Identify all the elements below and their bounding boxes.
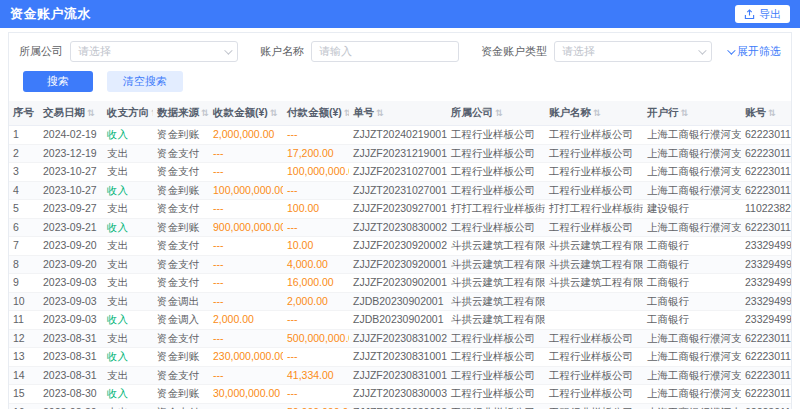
cell-index: 13 <box>9 348 39 367</box>
sort-icon[interactable]: ⇅ <box>201 108 209 118</box>
column-label: 单号 <box>353 106 374 118</box>
cell-source: 资金到账 <box>153 385 209 404</box>
cell-account-no: 62223011 <box>741 163 791 182</box>
column-header-6[interactable]: 单号⇅ <box>349 101 447 126</box>
table-row: 142023-08-31支出资金支付---41,334.00ZJJZF20230… <box>9 366 791 385</box>
column-header-1[interactable]: 交易日期⇅ <box>39 101 103 126</box>
table-row: 32023-10-27支出资金支付---100,000,000.00ZJJZF2… <box>9 163 791 182</box>
column-header-3[interactable]: 数据来源⇅ <box>153 101 209 126</box>
cell-account-no: 62223011 <box>741 385 791 404</box>
cell-account-name: 工程行业样板公司 <box>545 403 643 409</box>
clear-search-button[interactable]: 清空搜索 <box>107 71 183 92</box>
cell-bank: 上海工商银行濮河支行 <box>643 385 741 404</box>
column-label: 开户行 <box>647 106 679 118</box>
cell-account-name: 工程行业样板公司 <box>545 218 643 237</box>
column-header-2[interactable]: 收支方向⇅ <box>103 101 153 126</box>
cell-account-name: 工程行业样板公司 <box>545 126 643 145</box>
table-row: 12024-02-19收入资金到账2,000,000.00---ZJJZT202… <box>9 126 791 145</box>
sort-icon[interactable]: ⇅ <box>270 108 278 118</box>
sort-icon[interactable]: ⇅ <box>87 108 95 118</box>
cell-account-no: 62223011 <box>741 366 791 385</box>
account-type-select[interactable]: 请选择 <box>554 41 712 62</box>
cell-account-no: 23329499 <box>741 255 791 274</box>
cell-company: 工程行业样板公司 <box>447 126 545 145</box>
cell-direction: 收入 <box>103 348 153 367</box>
account-name-input[interactable]: 请输入 <box>311 41 459 62</box>
cell-source: 资金到账 <box>153 126 209 145</box>
export-label: 导出 <box>759 7 781 22</box>
cell-index: 1 <box>9 126 39 145</box>
cell-account-no: 62223011 <box>741 144 791 163</box>
cell-account-name: 工程行业样板公司 <box>545 329 643 348</box>
cell-pay-amount: --- <box>283 311 349 330</box>
cell-source: 资金支付 <box>153 237 209 256</box>
sort-icon[interactable]: ⇅ <box>768 108 776 118</box>
cell-date: 2023-09-20 <box>39 237 103 256</box>
cell-order-no: ZJJZT20230830003 <box>349 385 447 404</box>
sort-icon[interactable]: ⇅ <box>495 108 503 118</box>
cell-company: 斗拱云建筑工程有限公司 <box>447 237 545 256</box>
cell-pay-amount: 100.00 <box>283 200 349 219</box>
column-label: 账号 <box>745 106 766 118</box>
expand-filters-link[interactable]: 展开筛选 <box>727 44 781 59</box>
sort-icon[interactable]: ⇅ <box>681 108 689 118</box>
cell-company: 工程行业样板公司 <box>447 329 545 348</box>
cell-source: 资金到账 <box>153 218 209 237</box>
sort-icon[interactable]: ⇅ <box>376 108 384 118</box>
company-filter-label: 所属公司 <box>19 44 63 59</box>
cell-account-name <box>545 311 643 330</box>
cell-account-name: 斗拱云建筑工程有限公司 <box>545 274 643 293</box>
cell-company: 工程行业样板公司 <box>447 163 545 182</box>
cell-bank: 工商银行 <box>643 311 741 330</box>
cell-account-name: 打打工程行业样板街 <box>545 200 643 219</box>
company-select[interactable]: 请选择 <box>70 41 238 62</box>
column-label: 付款金额(¥) <box>287 106 342 118</box>
cell-source: 资金支付 <box>153 274 209 293</box>
cell-direction: 支出 <box>103 403 153 409</box>
column-header-4[interactable]: 收款金额(¥)⇅ <box>209 101 283 126</box>
cell-receive-amount: --- <box>209 200 283 219</box>
cell-date: 2023-10-27 <box>39 181 103 200</box>
cell-direction: 支出 <box>103 329 153 348</box>
cell-date: 2023-08-31 <box>39 366 103 385</box>
cell-account-name: 工程行业样板公司 <box>545 144 643 163</box>
column-header-5[interactable]: 付款金额(¥)⇅ <box>283 101 349 126</box>
column-header-7[interactable]: 所属公司⇅ <box>447 101 545 126</box>
cell-source: 资金支付 <box>153 163 209 182</box>
column-header-8[interactable]: 账户名称⇅ <box>545 101 643 126</box>
table-row: 92023-09-03支出资金支付---16,000.00ZJJZF202309… <box>9 274 791 293</box>
cell-account-name: 工程行业样板公司 <box>545 348 643 367</box>
account-name-filter: 账户名称 请输入 <box>260 41 459 62</box>
cell-pay-amount: --- <box>283 126 349 145</box>
export-button[interactable]: 导出 <box>735 5 790 23</box>
sort-icon[interactable]: ⇅ <box>344 108 349 118</box>
sort-icon[interactable]: ⇅ <box>151 108 153 118</box>
cell-account-name: 工程行业样板公司 <box>545 181 643 200</box>
cell-receive-amount: 230,000,000.00 <box>209 348 283 367</box>
cell-receive-amount: 2,000,000.00 <box>209 126 283 145</box>
cell-index: 2 <box>9 144 39 163</box>
cell-receive-amount: --- <box>209 255 283 274</box>
column-label: 账户名称 <box>549 106 591 118</box>
sort-icon[interactable]: ⇅ <box>593 108 601 118</box>
cell-pay-amount: 17,200.00 <box>283 144 349 163</box>
cell-date: 2023-08-30 <box>39 403 103 409</box>
cell-company: 斗拱云建筑工程有限公司 <box>447 311 545 330</box>
cell-date: 2023-09-03 <box>39 292 103 311</box>
column-header-10[interactable]: 账号⇅ <box>741 101 791 126</box>
cell-date: 2023-08-31 <box>39 329 103 348</box>
transactions-table: 序号交易日期⇅收支方向⇅数据来源⇅收款金额(¥)⇅付款金额(¥)⇅单号⇅所属公司… <box>9 101 791 409</box>
cell-direction: 收入 <box>103 385 153 404</box>
cell-account-name: 斗拱云建筑工程有限公司 <box>545 237 643 256</box>
cell-order-no: ZJDB20230902001 <box>349 292 447 311</box>
column-header-9[interactable]: 开户行⇅ <box>643 101 741 126</box>
cell-date: 2023-09-03 <box>39 274 103 293</box>
cell-source: 资金到账 <box>153 348 209 367</box>
cell-order-no: ZJJZF20230902001 <box>349 274 447 293</box>
cell-company: 斗拱云建筑工程有限公司 <box>447 274 545 293</box>
filters-bar: 所属公司 请选择 账户名称 请输入 资金账户类型 请选择 <box>9 33 791 62</box>
search-button[interactable]: 搜索 <box>23 71 93 92</box>
table-row: 42023-10-27收入资金到账100,000,000.00---ZJJZT2… <box>9 181 791 200</box>
cell-account-no: 62223011 <box>741 218 791 237</box>
cell-direction: 支出 <box>103 163 153 182</box>
